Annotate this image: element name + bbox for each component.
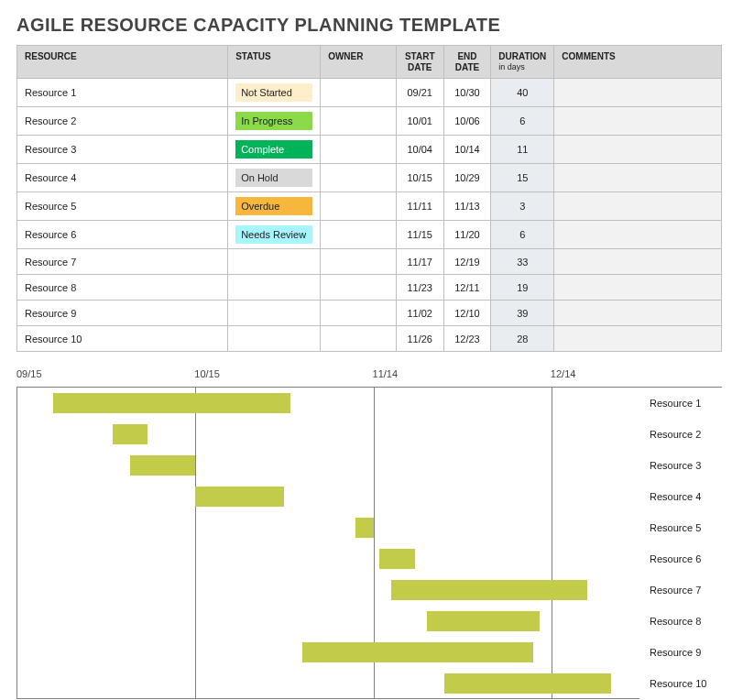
cell-end: 12/11 [443,275,491,301]
table-row: Resource 711/1712/1933 [17,249,722,275]
cell-status: Not Started [228,79,321,107]
gantt-row-label: Resource 8 [650,616,701,627]
gantt-bar [302,642,534,662]
col-status: STATUS [228,46,321,79]
cell-duration: 40 [491,79,554,107]
gantt-row-label: Resource 10 [650,678,706,689]
gantt-bar [444,673,610,694]
cell-status: Overdue [228,192,321,221]
resource-table: RESOURCE STATUS OWNER START DATE END DAT… [16,45,722,352]
gantt-row-label: Resource 3 [650,460,701,471]
cell-comments [554,136,722,164]
cell-resource: Resource 9 [17,301,228,326]
cell-owner [321,221,397,249]
gantt-timeline: 09/1510/1511/1412/14 [16,368,639,385]
table-row: Resource 911/0212/1039 [17,301,722,326]
col-duration-sub: in days [498,62,546,71]
status-badge: Overdue [235,197,312,215]
gantt-row: Resource 1 [17,388,639,419]
cell-resource: Resource 2 [17,107,228,136]
cell-owner [321,249,397,275]
gantt-row: Resource 8 [17,606,639,637]
cell-comments [554,275,722,301]
gantt-bar [195,487,284,507]
status-badge: In Progress [235,112,312,130]
col-comments: COMMENTS [554,46,722,79]
col-start: START DATE [396,46,443,79]
gantt-row: Resource 9 [17,637,639,668]
gantt-row: Resource 6 [17,543,639,574]
gantt-plot: Resource 1Resource 2Resource 3Resource 4… [16,388,639,699]
col-owner: OWNER [321,46,397,79]
cell-end: 10/29 [443,164,491,192]
cell-status: On Hold [228,164,321,192]
gantt-bar [130,455,195,476]
table-header-row: RESOURCE STATUS OWNER START DATE END DAT… [17,46,722,79]
col-duration-label: DURATION [498,51,546,61]
cell-comments [554,192,722,221]
table-row: Resource 2In Progress10/0110/066 [17,107,722,136]
cell-end: 10/30 [443,79,491,107]
cell-comments [554,301,722,326]
gantt-bar [427,611,540,631]
cell-end: 11/20 [443,221,491,249]
cell-start: 11/15 [396,221,443,249]
table-row: Resource 1011/2612/2328 [17,326,722,352]
cell-resource: Resource 7 [17,249,228,275]
gantt-row-label: Resource 2 [650,429,701,440]
gantt-row-label: Resource 5 [650,522,701,533]
gantt-row: Resource 10 [17,668,639,699]
cell-comments [554,249,722,275]
cell-end: 12/19 [443,249,491,275]
cell-start: 10/01 [396,107,443,136]
cell-duration: 6 [491,221,554,249]
cell-duration: 3 [491,192,554,221]
status-badge: Complete [235,140,312,159]
cell-status: In Progress [228,107,321,136]
gantt-bar [391,580,587,600]
cell-end: 10/14 [443,136,491,164]
cell-status [228,301,321,326]
cell-owner [321,107,397,136]
table-row: Resource 1Not Started09/2110/3040 [17,79,722,107]
cell-duration: 19 [491,275,554,301]
cell-status [228,249,321,275]
cell-resource: Resource 4 [17,164,228,192]
gantt-tick-label: 11/14 [373,368,399,379]
gantt-tick-label: 09/15 [16,368,42,379]
gantt-row: Resource 7 [17,574,639,606]
cell-status [228,326,321,352]
cell-status: Needs Review [228,221,321,249]
cell-owner [321,326,397,352]
cell-duration: 28 [491,326,554,352]
gantt-row: Resource 4 [17,481,639,512]
cell-duration: 15 [491,164,554,192]
status-badge: Needs Review [235,225,312,244]
gantt-bar [355,518,373,538]
cell-owner [321,275,397,301]
cell-start: 11/11 [396,192,443,221]
cell-comments [554,164,722,192]
cell-start: 10/04 [396,136,443,164]
cell-duration: 39 [491,301,554,326]
cell-comments [554,79,722,107]
cell-resource: Resource 1 [17,79,228,107]
cell-end: 11/13 [443,192,491,221]
gantt-chart: 09/1510/1511/1412/14 Resource 1Resource … [16,368,722,699]
cell-end: 12/23 [443,326,491,352]
cell-start: 11/26 [396,326,443,352]
gantt-row-label: Resource 4 [650,491,701,502]
cell-owner [321,136,397,164]
cell-resource: Resource 3 [17,136,228,164]
gantt-bar [53,393,290,413]
table-row: Resource 6Needs Review11/1511/206 [17,221,722,249]
gantt-row-label: Resource 9 [650,647,701,658]
cell-resource: Resource 10 [17,326,228,352]
cell-status: Complete [228,136,321,164]
cell-owner [321,301,397,326]
page-title: AGILE RESOURCE CAPACITY PLANNING TEMPLAT… [16,15,727,36]
cell-status [228,275,321,301]
cell-start: 10/15 [396,164,443,192]
table-row: Resource 811/2312/1119 [17,275,722,301]
gantt-row: Resource 3 [17,450,639,481]
